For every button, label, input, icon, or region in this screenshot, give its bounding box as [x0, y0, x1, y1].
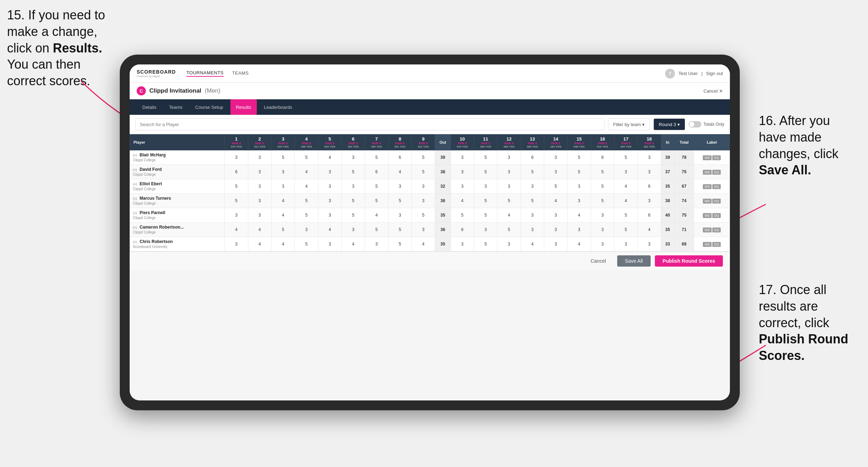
- filter-by-team-button[interactable]: Filter by team ▾: [608, 118, 650, 130]
- top-nav: SCOREBOARD Powered by clippd TOURNAMENTS…: [130, 64, 730, 83]
- table-row: (A) David Ford Clippd College 6334356453…: [130, 165, 730, 179]
- top-nav-right: T Test User | Sign out: [665, 69, 723, 79]
- col-hole-5: 5PAR 5536 YDS: [318, 135, 341, 150]
- tablet-screen: SCOREBOARD Powered by clippd TOURNAMENTS…: [130, 64, 730, 400]
- publish-round-scores-button[interactable]: Publish Round Scores: [655, 255, 723, 267]
- col-hole-15: 15PAR 4448 YDS: [568, 135, 591, 150]
- subnav-details[interactable]: Details: [137, 99, 162, 115]
- col-hole-2: 2PAR 5511 YDS: [248, 135, 271, 150]
- col-hole-12: 12PAR 4486 YDS: [497, 135, 521, 150]
- col-hole-9: 9PAR 4422 YDS: [411, 135, 435, 150]
- subnav-results[interactable]: Results: [230, 99, 257, 115]
- col-hole-11: 11PAR 3180 YDS: [474, 135, 497, 150]
- col-total: Total: [674, 135, 694, 150]
- user-name: Test User: [678, 71, 698, 76]
- controls-bar: Filter by team ▾ Round 3 ▾ Totals Only: [130, 115, 730, 134]
- col-hole-7: 7PAR 4445 YDS: [365, 135, 388, 150]
- table-row: (A) Piers Parnell Clippd College 3345354…: [130, 208, 730, 223]
- col-hole-13: 13PAR 4385 YDS: [521, 135, 544, 150]
- sub-nav: Details Teams Course Setup Results Leade…: [130, 99, 730, 115]
- nav-teams[interactable]: TEAMS: [232, 70, 249, 76]
- tournament-header: C Clippd Invitational (Men) Cancel ✕: [130, 83, 730, 99]
- logo: SCOREBOARD Powered by clippd: [137, 69, 176, 78]
- table-row: (A) Marcus Turners Clippd College 534535…: [130, 194, 730, 208]
- col-in: In: [661, 135, 674, 150]
- subnav-course-setup[interactable]: Course Setup: [190, 99, 229, 115]
- user-avatar: T: [665, 69, 675, 79]
- col-hole-18: 18PAR 4422 YDS: [638, 135, 661, 150]
- col-out: Out: [435, 135, 451, 150]
- col-hole-4: 4PAR 3166 YDS: [295, 135, 318, 150]
- subnav-teams[interactable]: Teams: [163, 99, 188, 115]
- tournament-icon: C: [137, 86, 146, 95]
- table-row: (A) Blair McHarg Clippd College 33554356…: [130, 150, 730, 165]
- nav-tournaments[interactable]: TOURNAMENTS: [186, 70, 224, 77]
- col-label: Label: [694, 135, 730, 150]
- search-input[interactable]: [135, 118, 604, 130]
- col-hole-8: 8PAR 4391 YDS: [388, 135, 411, 150]
- col-hole-16: 16PAR 5510 YDS: [591, 135, 614, 150]
- col-hole-1: 1PAR 4370 YDS: [225, 135, 248, 150]
- col-hole-14: 14PAR 3183 YDS: [544, 135, 567, 150]
- scorecard-wrapper: Player 1PAR 4370 YDS 2PAR 5511 YDS 3PAR …: [130, 134, 730, 251]
- col-hole-17: 17PAR 4409 YDS: [614, 135, 637, 150]
- instruction-right-top: 16. After you have made changes, click S…: [759, 113, 861, 179]
- col-hole-10: 10PAR 5519 YDS: [451, 135, 474, 150]
- instruction-right-bottom: 17. Once all results are correct, click …: [759, 282, 861, 364]
- table-row: (A) Chris Robertson Scoreboard Universit…: [130, 237, 730, 251]
- save-all-button[interactable]: Save All: [617, 255, 651, 267]
- sign-out-link[interactable]: Sign out: [706, 71, 723, 76]
- scorecard-table: Player 1PAR 4370 YDS 2PAR 5511 YDS 3PAR …: [130, 134, 730, 251]
- top-nav-links: TOURNAMENTS TEAMS: [186, 70, 655, 77]
- col-hole-6: 6PAR 3194 YDS: [341, 135, 365, 150]
- col-hole-3: 3PAR 4433 YDS: [271, 135, 294, 150]
- col-player: Player: [130, 135, 225, 150]
- footer-bar: Cancel Save All Publish Round Scores: [130, 251, 730, 270]
- round-selector-button[interactable]: Round 3 ▾: [653, 118, 685, 130]
- totals-toggle: Totals Only: [689, 121, 724, 127]
- totals-toggle-switch[interactable]: [689, 121, 701, 127]
- tournament-name: C Clippd Invitational (Men): [137, 86, 221, 95]
- table-row: (A) Elliot Ebert Clippd College 53343353…: [130, 179, 730, 194]
- cancel-footer-button[interactable]: Cancel: [583, 255, 613, 267]
- subnav-leaderboards[interactable]: Leaderboards: [258, 99, 298, 115]
- tablet-frame: SCOREBOARD Powered by clippd TOURNAMENTS…: [120, 55, 740, 410]
- cancel-tournament-btn[interactable]: Cancel ✕: [703, 88, 723, 94]
- table-row: (A) Cameron Robertson... Clippd College …: [130, 223, 730, 237]
